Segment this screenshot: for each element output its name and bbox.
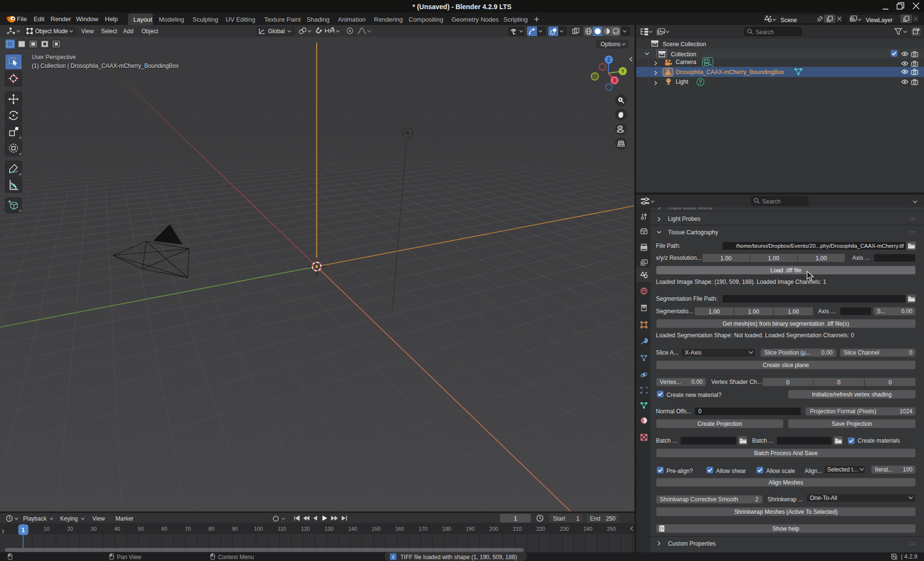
svg-text:X: X <box>613 78 616 83</box>
svg-text:i: i <box>393 554 394 560</box>
svg-text:Z: Z <box>607 57 610 63</box>
svg-text:Y: Y <box>621 69 625 74</box>
svg-text:?: ? <box>661 526 664 531</box>
